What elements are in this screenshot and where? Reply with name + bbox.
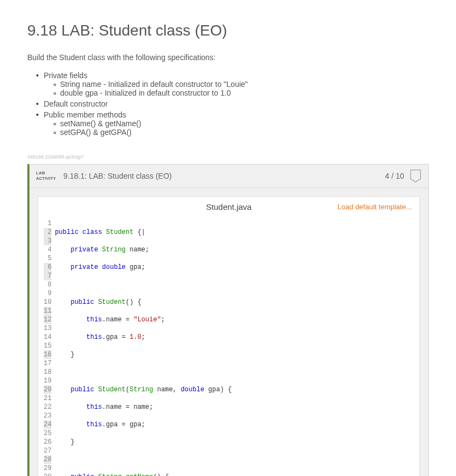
load-template-link[interactable]: Load default template... [290,203,412,211]
spec-subitem: String name - Initialized in default con… [60,80,429,89]
activity-title: 9.18.1: LAB: Student class (EO) [63,172,171,180]
line-number-gutter: 1234567891011121314151617181920212223242… [38,219,55,476]
code-content[interactable]: public class Student {| private String n… [55,219,419,476]
activity-panel: LAB ACTIVITY 9.18.1: LAB: Student class … [27,164,429,476]
editor-topbar: Student.java Load default template... [38,197,419,217]
spec-item: Default constructor [44,98,429,109]
spec-item: Public member methods setName() & getNam… [44,109,429,138]
shield-icon [410,169,422,183]
hash-text: 348198.2106098.qx3zqy7 [27,154,429,160]
spec-item: Private fields String name - Initialized… [44,70,429,98]
spec-list: Private fields String name - Initialized… [27,70,429,138]
activity-label-line: LAB [36,171,57,176]
activity-header: LAB ACTIVITY 9.18.1: LAB: Student class … [29,164,428,188]
spec-subitem: double gpa - Initialized in default cons… [60,89,429,97]
spec-subitem: setGPA() & getGPA() [60,128,429,137]
spec-item-label: Public member methods [44,110,126,119]
description-text: Build the Student class with the followi… [27,53,429,62]
activity-score: 4 / 10 [385,172,404,180]
activity-label-line: ACTIVITY [36,176,57,181]
activity-type-label: LAB ACTIVITY [36,171,57,181]
spec-item-label: Private fields [44,71,87,80]
page-title: 9.18 LAB: Student class (EO) [27,22,429,39]
code-area[interactable]: 1234567891011121314151617181920212223242… [38,217,419,476]
code-editor[interactable]: Student.java Load default template... 12… [38,196,420,476]
editor-filename: Student.java [168,202,289,211]
spec-subitem: setName() & getName() [60,119,429,128]
